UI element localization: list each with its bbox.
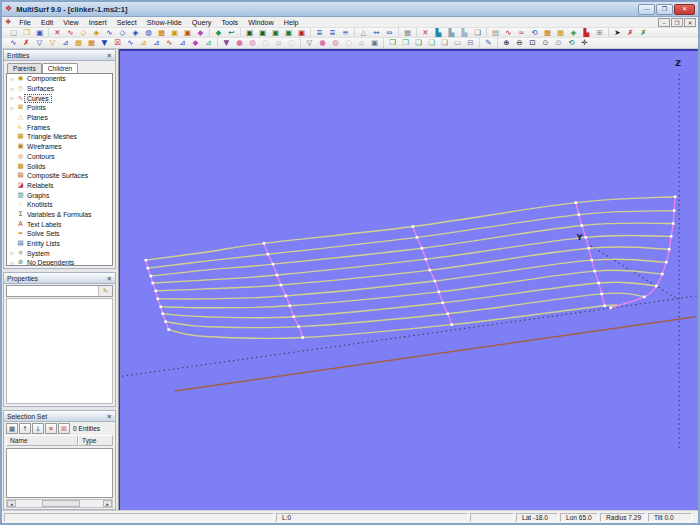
drag-point-icon[interactable]: ▽ [33,38,46,48]
tree-item-knotlists[interactable]: ∴Knotlists [7,200,112,210]
mesh-tool-icon[interactable]: ▦ [155,28,168,38]
edit-curve-icon[interactable]: ∿ [502,28,515,38]
distance-icon[interactable]: ↔ [370,28,383,38]
point-tool-icon[interactable]: ◇ [116,28,129,38]
hide-selected-icon[interactable]: ● [233,38,246,48]
column-header-name[interactable]: Name [6,435,78,446]
delete-tool-icon[interactable]: ☒ [111,38,124,48]
open-file-icon[interactable]: ❐ [20,28,33,38]
tree-item-variables-formulas[interactable]: ΣVariables & Formulas [7,210,112,220]
remove-cpoint-icon[interactable]: ✗ [20,38,33,48]
show-selected-icon[interactable]: ● [316,38,329,48]
keyboard-entry-icon[interactable]: ▭ [451,38,464,48]
stability-icon[interactable]: ▙ [445,28,458,38]
expander-icon[interactable]: ▷ [9,260,16,266]
expander-icon[interactable]: ▷ [9,76,16,82]
tree-item-solids[interactable]: ▩Solids [7,161,112,171]
properties-name-input[interactable] [7,286,98,296]
menu-item-file[interactable]: File [14,17,36,28]
columns-button[interactable]: ▦ [6,423,18,434]
save-file-icon[interactable]: ▣ [33,28,46,38]
view-profile-icon[interactable]: ▣ [269,28,282,38]
offsets-table-icon[interactable]: ▦ [401,28,414,38]
show-points-icon[interactable]: ◌ [342,38,355,48]
hide-points-icon[interactable]: ◌ [259,38,272,48]
copy-view-icon[interactable]: ❐ [386,38,399,48]
remove-button[interactable]: ✕ [45,423,57,434]
tree-item-system[interactable]: ▷✳System [7,248,112,258]
helix-tool-icon[interactable]: ∿ [163,38,176,48]
deselect-icon[interactable]: ✗ [624,28,637,38]
mdi-minimize-button[interactable]: – [658,18,670,27]
tree-item-components[interactable]: ▷◉Components [7,74,112,84]
frame-tool-icon[interactable]: ▣ [181,28,194,38]
properties-close-icon[interactable]: ✕ [107,274,112,283]
foil-tool-icon[interactable]: ⊿ [150,38,163,48]
arc-tool-icon[interactable]: ▼ [98,38,111,48]
tree-item-text-labels[interactable]: AText Labels [7,219,112,229]
expander-icon[interactable]: ▷ [9,86,16,92]
move-down-button[interactable]: ↓ [32,423,44,434]
relabel-tool-icon[interactable]: ⊿ [176,38,189,48]
solid-tool-icon[interactable]: ◆ [194,28,207,38]
divide-2-icon[interactable]: ≣ [326,28,339,38]
scroll-thumb[interactable] [42,500,80,507]
expander-icon[interactable]: ▷ [9,105,16,111]
rotate-entity-icon[interactable]: ⟲ [528,28,541,38]
scroll-right-icon[interactable]: ▸ [103,500,112,507]
view-wireframe-icon[interactable]: ▣ [243,28,256,38]
show-curves-icon[interactable]: ▫ [355,38,368,48]
clear-marks-icon[interactable]: ✕ [419,28,432,38]
tree-item-graphs[interactable]: ▥Graphs [7,190,112,200]
pan-view-icon[interactable]: ✛ [578,38,591,48]
drag-point-2-icon[interactable]: ▽ [46,38,59,48]
menu-item-show-hide[interactable]: Show-Hide [142,17,187,28]
tree-item-points[interactable]: ▷⊠Points [7,103,112,113]
project-point-icon[interactable]: ⊿ [59,38,72,48]
merge-views-icon[interactable]: ⊟ [464,38,477,48]
ring-tool-icon[interactable]: ◍ [142,28,155,38]
tree-item-composite-surfaces[interactable]: ▤Composite Surfaces [7,171,112,181]
show-names-icon[interactable]: ▣ [368,38,381,48]
expander-icon[interactable]: ▷ [9,250,16,256]
view-body-icon[interactable]: ▣ [295,28,308,38]
fair-curve-icon[interactable]: ≈ [515,28,528,38]
knot-tool-icon[interactable]: ⊿ [202,38,215,48]
entities-close-icon[interactable]: ✕ [107,51,112,60]
select-cursor-icon[interactable]: ➤ [611,28,624,38]
zoom-fit-icon[interactable]: ⊙ [539,38,552,48]
menu-item-window[interactable]: Window [243,17,279,28]
move-up-button[interactable]: ↑ [19,423,31,434]
composite-tool-icon[interactable]: ◆ [212,28,225,38]
hide-curves-icon[interactable]: ▫ [272,38,285,48]
bead-tool-icon[interactable]: ◈ [129,28,142,38]
divide-3-icon[interactable]: ≡ [339,28,352,38]
edit-mesh-icon[interactable]: ▦ [541,28,554,38]
mdi-restore-button[interactable]: ❐ [671,18,683,27]
zoom-window-icon[interactable]: ⊡ [526,38,539,48]
tree-item-solve-sets[interactable]: =Solve Sets [7,229,112,239]
weights-icon[interactable]: ▙ [458,28,471,38]
divide-multiply-icon[interactable]: ≣ [313,28,326,38]
delete-entity-icon[interactable]: ✕ [51,28,64,38]
remove-all-button[interactable]: ☒ [58,423,70,434]
view-plan-icon[interactable]: ▣ [282,28,295,38]
edit-grid-icon[interactable]: ▦ [554,28,567,38]
show-all-icon[interactable]: ◍ [329,38,342,48]
tree-item-surfaces[interactable]: ▷◇Surfaces [7,84,112,94]
tree-item-wireframes[interactable]: ▣Wireframes [7,142,112,152]
surface-tool-icon[interactable]: ◇ [77,28,90,38]
ccurve-tool-icon[interactable]: ⊿ [137,38,150,48]
undo-icon[interactable]: ↩ [225,28,238,38]
ruled-surface-icon[interactable]: ▦ [85,38,98,48]
mdi-close-button[interactable]: ✕ [684,18,696,27]
cascade-views-icon[interactable]: ❏ [438,38,451,48]
menu-item-help[interactable]: Help [279,17,304,28]
new-view-icon[interactable]: ❏ [412,38,425,48]
tree-item-entity-lists[interactable]: ▤Entity Lists [7,239,112,249]
zoom-out-icon[interactable]: ⊖ [513,38,526,48]
select-all-icon[interactable]: ✗ [637,28,650,38]
properties-edit-button[interactable]: ✎ [98,286,112,296]
tree-item-relabels[interactable]: ◪Relabels [7,181,112,191]
scroll-left-icon[interactable]: ◂ [7,500,16,507]
